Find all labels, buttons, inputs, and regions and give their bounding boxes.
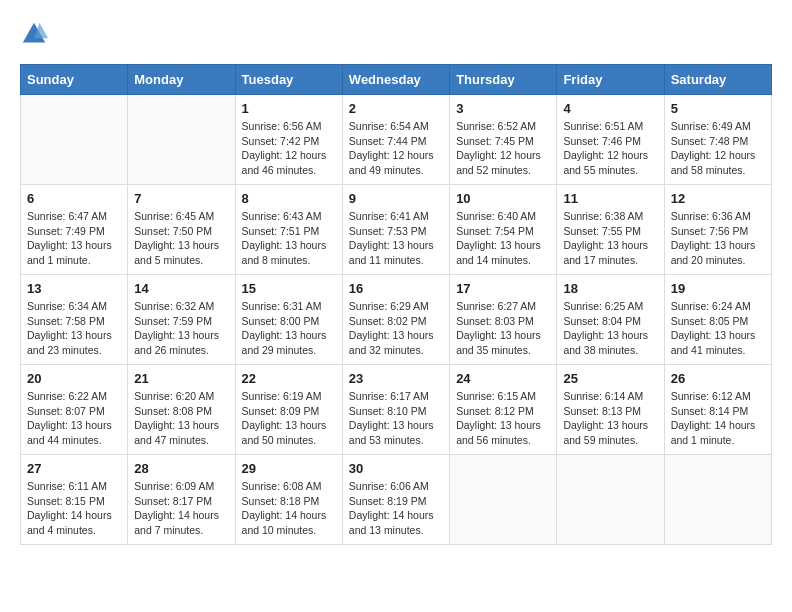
- logo-icon: [20, 20, 48, 48]
- day-cell: 25Sunrise: 6:14 AM Sunset: 8:13 PM Dayli…: [557, 365, 664, 455]
- day-number: 5: [671, 101, 765, 116]
- day-header-thursday: Thursday: [450, 65, 557, 95]
- day-info: Sunrise: 6:20 AM Sunset: 8:08 PM Dayligh…: [134, 389, 228, 448]
- day-cell: 2Sunrise: 6:54 AM Sunset: 7:44 PM Daylig…: [342, 95, 449, 185]
- day-number: 14: [134, 281, 228, 296]
- day-header-tuesday: Tuesday: [235, 65, 342, 95]
- day-number: 26: [671, 371, 765, 386]
- day-cell: 20Sunrise: 6:22 AM Sunset: 8:07 PM Dayli…: [21, 365, 128, 455]
- day-number: 22: [242, 371, 336, 386]
- day-cell: 15Sunrise: 6:31 AM Sunset: 8:00 PM Dayli…: [235, 275, 342, 365]
- day-number: 23: [349, 371, 443, 386]
- logo: [20, 20, 52, 48]
- day-header-row: SundayMondayTuesdayWednesdayThursdayFrid…: [21, 65, 772, 95]
- day-cell: 24Sunrise: 6:15 AM Sunset: 8:12 PM Dayli…: [450, 365, 557, 455]
- day-cell: 26Sunrise: 6:12 AM Sunset: 8:14 PM Dayli…: [664, 365, 771, 455]
- day-info: Sunrise: 6:12 AM Sunset: 8:14 PM Dayligh…: [671, 389, 765, 448]
- day-cell: 5Sunrise: 6:49 AM Sunset: 7:48 PM Daylig…: [664, 95, 771, 185]
- day-header-monday: Monday: [128, 65, 235, 95]
- week-row-4: 20Sunrise: 6:22 AM Sunset: 8:07 PM Dayli…: [21, 365, 772, 455]
- day-cell: 6Sunrise: 6:47 AM Sunset: 7:49 PM Daylig…: [21, 185, 128, 275]
- week-row-2: 6Sunrise: 6:47 AM Sunset: 7:49 PM Daylig…: [21, 185, 772, 275]
- day-cell: 22Sunrise: 6:19 AM Sunset: 8:09 PM Dayli…: [235, 365, 342, 455]
- day-number: 2: [349, 101, 443, 116]
- day-info: Sunrise: 6:52 AM Sunset: 7:45 PM Dayligh…: [456, 119, 550, 178]
- day-number: 11: [563, 191, 657, 206]
- day-info: Sunrise: 6:31 AM Sunset: 8:00 PM Dayligh…: [242, 299, 336, 358]
- day-info: Sunrise: 6:19 AM Sunset: 8:09 PM Dayligh…: [242, 389, 336, 448]
- day-info: Sunrise: 6:29 AM Sunset: 8:02 PM Dayligh…: [349, 299, 443, 358]
- day-cell: 10Sunrise: 6:40 AM Sunset: 7:54 PM Dayli…: [450, 185, 557, 275]
- day-info: Sunrise: 6:25 AM Sunset: 8:04 PM Dayligh…: [563, 299, 657, 358]
- day-info: Sunrise: 6:36 AM Sunset: 7:56 PM Dayligh…: [671, 209, 765, 268]
- day-number: 21: [134, 371, 228, 386]
- day-info: Sunrise: 6:51 AM Sunset: 7:46 PM Dayligh…: [563, 119, 657, 178]
- day-cell: 11Sunrise: 6:38 AM Sunset: 7:55 PM Dayli…: [557, 185, 664, 275]
- day-cell: 14Sunrise: 6:32 AM Sunset: 7:59 PM Dayli…: [128, 275, 235, 365]
- day-cell: 16Sunrise: 6:29 AM Sunset: 8:02 PM Dayli…: [342, 275, 449, 365]
- day-number: 6: [27, 191, 121, 206]
- day-cell: 28Sunrise: 6:09 AM Sunset: 8:17 PM Dayli…: [128, 455, 235, 545]
- day-info: Sunrise: 6:49 AM Sunset: 7:48 PM Dayligh…: [671, 119, 765, 178]
- day-cell: 30Sunrise: 6:06 AM Sunset: 8:19 PM Dayli…: [342, 455, 449, 545]
- day-info: Sunrise: 6:24 AM Sunset: 8:05 PM Dayligh…: [671, 299, 765, 358]
- day-number: 30: [349, 461, 443, 476]
- day-info: Sunrise: 6:38 AM Sunset: 7:55 PM Dayligh…: [563, 209, 657, 268]
- day-number: 15: [242, 281, 336, 296]
- day-number: 4: [563, 101, 657, 116]
- week-row-3: 13Sunrise: 6:34 AM Sunset: 7:58 PM Dayli…: [21, 275, 772, 365]
- week-row-1: 1Sunrise: 6:56 AM Sunset: 7:42 PM Daylig…: [21, 95, 772, 185]
- day-info: Sunrise: 6:09 AM Sunset: 8:17 PM Dayligh…: [134, 479, 228, 538]
- day-info: Sunrise: 6:34 AM Sunset: 7:58 PM Dayligh…: [27, 299, 121, 358]
- day-cell: 4Sunrise: 6:51 AM Sunset: 7:46 PM Daylig…: [557, 95, 664, 185]
- day-number: 8: [242, 191, 336, 206]
- day-info: Sunrise: 6:14 AM Sunset: 8:13 PM Dayligh…: [563, 389, 657, 448]
- day-number: 25: [563, 371, 657, 386]
- day-cell: 23Sunrise: 6:17 AM Sunset: 8:10 PM Dayli…: [342, 365, 449, 455]
- day-number: 28: [134, 461, 228, 476]
- day-cell: 21Sunrise: 6:20 AM Sunset: 8:08 PM Dayli…: [128, 365, 235, 455]
- day-cell: 27Sunrise: 6:11 AM Sunset: 8:15 PM Dayli…: [21, 455, 128, 545]
- day-cell: 17Sunrise: 6:27 AM Sunset: 8:03 PM Dayli…: [450, 275, 557, 365]
- day-cell: [450, 455, 557, 545]
- day-info: Sunrise: 6:41 AM Sunset: 7:53 PM Dayligh…: [349, 209, 443, 268]
- day-number: 12: [671, 191, 765, 206]
- day-number: 17: [456, 281, 550, 296]
- day-info: Sunrise: 6:45 AM Sunset: 7:50 PM Dayligh…: [134, 209, 228, 268]
- day-header-friday: Friday: [557, 65, 664, 95]
- day-number: 20: [27, 371, 121, 386]
- day-cell: 8Sunrise: 6:43 AM Sunset: 7:51 PM Daylig…: [235, 185, 342, 275]
- day-info: Sunrise: 6:11 AM Sunset: 8:15 PM Dayligh…: [27, 479, 121, 538]
- day-cell: [557, 455, 664, 545]
- day-info: Sunrise: 6:22 AM Sunset: 8:07 PM Dayligh…: [27, 389, 121, 448]
- day-cell: 1Sunrise: 6:56 AM Sunset: 7:42 PM Daylig…: [235, 95, 342, 185]
- day-info: Sunrise: 6:27 AM Sunset: 8:03 PM Dayligh…: [456, 299, 550, 358]
- day-number: 29: [242, 461, 336, 476]
- week-row-5: 27Sunrise: 6:11 AM Sunset: 8:15 PM Dayli…: [21, 455, 772, 545]
- day-cell: 9Sunrise: 6:41 AM Sunset: 7:53 PM Daylig…: [342, 185, 449, 275]
- day-cell: 29Sunrise: 6:08 AM Sunset: 8:18 PM Dayli…: [235, 455, 342, 545]
- day-info: Sunrise: 6:47 AM Sunset: 7:49 PM Dayligh…: [27, 209, 121, 268]
- day-info: Sunrise: 6:06 AM Sunset: 8:19 PM Dayligh…: [349, 479, 443, 538]
- day-cell: 19Sunrise: 6:24 AM Sunset: 8:05 PM Dayli…: [664, 275, 771, 365]
- day-number: 18: [563, 281, 657, 296]
- day-number: 10: [456, 191, 550, 206]
- day-cell: 12Sunrise: 6:36 AM Sunset: 7:56 PM Dayli…: [664, 185, 771, 275]
- day-number: 24: [456, 371, 550, 386]
- day-number: 19: [671, 281, 765, 296]
- day-number: 1: [242, 101, 336, 116]
- day-number: 13: [27, 281, 121, 296]
- day-number: 3: [456, 101, 550, 116]
- day-info: Sunrise: 6:43 AM Sunset: 7:51 PM Dayligh…: [242, 209, 336, 268]
- day-info: Sunrise: 6:40 AM Sunset: 7:54 PM Dayligh…: [456, 209, 550, 268]
- day-info: Sunrise: 6:15 AM Sunset: 8:12 PM Dayligh…: [456, 389, 550, 448]
- day-header-wednesday: Wednesday: [342, 65, 449, 95]
- day-info: Sunrise: 6:54 AM Sunset: 7:44 PM Dayligh…: [349, 119, 443, 178]
- day-cell: [128, 95, 235, 185]
- day-cell: 3Sunrise: 6:52 AM Sunset: 7:45 PM Daylig…: [450, 95, 557, 185]
- day-header-sunday: Sunday: [21, 65, 128, 95]
- page-header: [20, 20, 772, 48]
- day-number: 7: [134, 191, 228, 206]
- day-cell: 7Sunrise: 6:45 AM Sunset: 7:50 PM Daylig…: [128, 185, 235, 275]
- calendar-table: SundayMondayTuesdayWednesdayThursdayFrid…: [20, 64, 772, 545]
